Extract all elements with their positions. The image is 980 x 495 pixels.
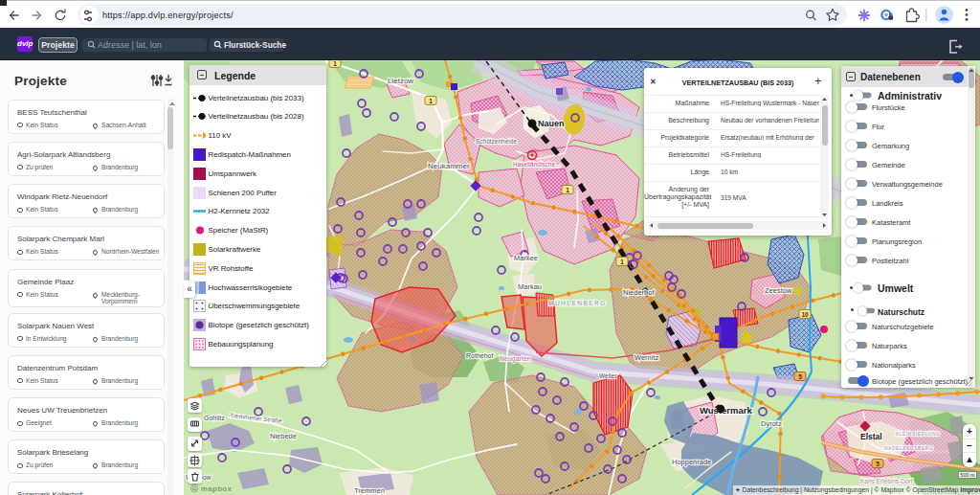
svg-text:10: 10	[801, 311, 809, 318]
svg-text:1: 1	[566, 187, 569, 193]
svg-text:Markee: Markee	[514, 254, 538, 262]
svg-text:Nauen: Nauen	[538, 119, 565, 128]
svg-text:Neugarten: Neugarten	[500, 355, 531, 363]
svg-text:Schützenheide: Schützenheide	[476, 138, 517, 145]
svg-text:Hoppenrade: Hoppenrade	[672, 458, 711, 466]
svg-text:KLEINSIEDLUNG: KLEINSIEDLUNG	[896, 431, 941, 437]
svg-text:1: 1	[620, 259, 624, 265]
svg-text:Niebede: Niebede	[270, 432, 297, 440]
svg-text:Weiler: Weiler	[599, 372, 617, 379]
svg-text:Wustermark: Wustermark	[700, 405, 752, 416]
svg-text:Gohlitz: Gohlitz	[204, 415, 225, 421]
svg-text:Elstal: Elstal	[860, 432, 882, 441]
svg-text:5: 5	[876, 461, 880, 467]
svg-text:Rothehof: Rothehof	[466, 352, 493, 359]
svg-text:Niederhof: Niederhof	[623, 288, 655, 297]
svg-text:1: 1	[333, 60, 337, 67]
svg-text:5: 5	[798, 373, 802, 380]
svg-text:NADELANDSBERG: NADELANDSBERG	[884, 445, 933, 451]
svg-text:Zeestow: Zeestow	[765, 286, 792, 295]
svg-text:Dyrotz: Dyrotz	[761, 419, 782, 428]
svg-text:1: 1	[429, 98, 433, 104]
svg-text:Neukammer: Neukammer	[428, 162, 470, 170]
svg-text:Tremmen: Tremmen	[354, 486, 385, 495]
svg-text:Karls Erlebnis-Dorf: Karls Erlebnis-Dorf	[860, 478, 913, 484]
svg-text:Wernitz: Wernitz	[635, 353, 659, 362]
svg-text:MÜHLENBERG: MÜHLENBERG	[548, 300, 607, 306]
svg-text:Havelländische...: Havelländische...	[513, 161, 561, 168]
svg-text:Lietzow: Lietzow	[388, 77, 413, 85]
svg-text:Markau: Markau	[518, 282, 542, 291]
